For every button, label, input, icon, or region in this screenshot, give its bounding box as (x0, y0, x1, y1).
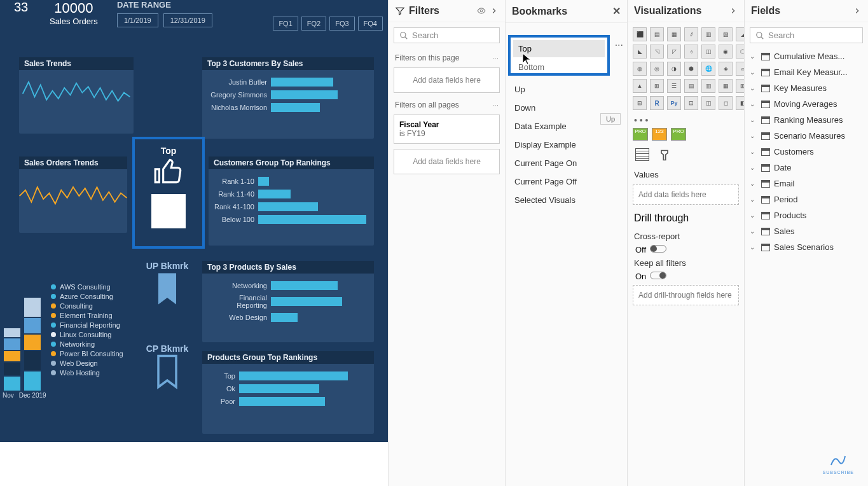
card-sales-trends[interactable]: Sales Trends (19, 57, 134, 134)
field-table-row[interactable]: ⌄Email (745, 176, 868, 191)
filter-fiscal-year[interactable]: Fiscal Year is FY19 (394, 115, 500, 144)
chevron-down-icon: ⌄ (750, 53, 757, 60)
chevron-right-icon[interactable] (853, 6, 862, 15)
kpi-icon[interactable]: PRO (633, 128, 648, 141)
viz-type-icon[interactable]: ▤ (684, 79, 698, 93)
viz-type-icon[interactable]: ◍ (633, 62, 647, 76)
field-table-row[interactable]: ⌄Sales (745, 223, 868, 239)
fq2-button[interactable]: FQ2 (301, 17, 326, 31)
legend-item[interactable]: Consulting (51, 302, 134, 310)
card-stacked-chart[interactable]: Nov Dec 2019 AWS ConsultingAzure Consult… (0, 277, 134, 436)
viz-type-icon[interactable]: ◹ (650, 45, 664, 59)
date-start-button[interactable]: 1/1/2019 (117, 13, 158, 27)
card-customer-rankings[interactable]: Customers Group Top Rankings Rank 1-10Ra… (209, 156, 374, 246)
viz-type-icon[interactable]: ⟐ (684, 45, 698, 59)
field-table-row[interactable]: ⌄Date (745, 160, 868, 176)
viz-type-icon[interactable]: ▥ (701, 27, 715, 41)
kpi-icon[interactable]: 123 (652, 128, 667, 141)
card-top-products[interactable]: Top 3 Products By Sales NetworkingFinanc… (202, 261, 374, 342)
viz-type-icon[interactable]: ◸ (667, 45, 681, 59)
kpi-icon[interactable]: PRO (671, 128, 686, 141)
top-bookmark-button[interactable]: Top (135, 139, 202, 235)
chevron-right-icon[interactable] (729, 6, 738, 15)
legend-item[interactable]: Linux Consulting (51, 331, 134, 338)
field-table-row[interactable]: ⌄Cumulative Meas... (745, 48, 868, 64)
bookmark-item[interactable]: Display Example (506, 135, 627, 154)
fq1-button[interactable]: FQ1 (273, 17, 298, 31)
more-icon[interactable]: ··· (492, 101, 499, 109)
close-icon[interactable]: ✕ (612, 5, 621, 17)
legend-item[interactable]: Financial Reporting (51, 321, 134, 329)
legend-item[interactable]: Element Training (51, 312, 134, 319)
legend-item[interactable]: AWS Consulting (51, 283, 134, 291)
legend-item[interactable]: Web Hosting (51, 369, 134, 377)
field-table-row[interactable]: ⌄Scenario Measures (745, 128, 868, 144)
table-icon (761, 53, 770, 60)
viz-type-icon[interactable]: Py (667, 96, 681, 110)
viz-type-icon[interactable]: ▧ (719, 27, 733, 41)
keep-filters-toggle[interactable] (650, 272, 666, 279)
field-table-row[interactable]: ⌄Period (745, 191, 868, 207)
viz-type-icon[interactable]: 🌐 (701, 62, 715, 76)
card-sales-orders-trends[interactable]: Sales Orders Trends (19, 156, 127, 233)
eye-icon[interactable] (477, 6, 486, 15)
date-end-button[interactable]: 12/31/2019 (163, 13, 212, 27)
drillthrough-field-well[interactable]: Add drill-through fields here (633, 285, 739, 305)
viz-type-icon[interactable]: ▦ (719, 79, 733, 93)
bookmark-item[interactable]: Up (506, 80, 627, 99)
values-field-well[interactable]: Add data fields here (633, 184, 739, 205)
legend-item[interactable]: Networking (51, 340, 134, 348)
field-table-row[interactable]: ⌄Ranking Measures (745, 112, 868, 128)
viz-type-icon[interactable]: ◈ (719, 62, 733, 76)
more-icon[interactable]: ··· (492, 53, 499, 62)
viz-type-icon[interactable]: ◫ (701, 96, 715, 110)
bookmark-item[interactable]: Current Page Off (506, 172, 627, 191)
viz-type-icon[interactable]: ◣ (633, 45, 647, 59)
viz-type-icon[interactable]: ⊞ (650, 79, 664, 93)
viz-type-icon[interactable]: ◑ (667, 62, 681, 76)
field-table-row[interactable]: ⌄Products (745, 207, 868, 223)
viz-more[interactable]: • • • (628, 115, 744, 125)
bookmark-item[interactable]: Selected Visuals (506, 191, 627, 209)
viz-type-icon[interactable]: ▤ (650, 27, 664, 41)
legend-item[interactable]: Web Design (51, 359, 134, 367)
viz-type-icon[interactable]: ◎ (650, 62, 664, 76)
fields-tab-icon[interactable] (635, 148, 649, 161)
legend-item[interactable]: Power BI Consulting (51, 350, 134, 358)
viz-type-icon[interactable]: R (650, 96, 664, 110)
filters-search-input[interactable]: Search (394, 27, 500, 43)
viz-type-icon[interactable]: ⬢ (684, 62, 698, 76)
viz-type-icon[interactable]: ▦ (667, 27, 681, 41)
bookmark-item[interactable]: Current Page On (506, 154, 627, 172)
viz-type-icon[interactable]: ▲ (633, 79, 647, 93)
legend-item[interactable]: Azure Consulting (51, 293, 134, 300)
viz-type-icon[interactable]: ◫ (701, 45, 715, 59)
up-bookmark-button[interactable]: UP Bkmrk (139, 261, 196, 309)
bookmark-more-icon[interactable]: ··· (615, 39, 623, 51)
fields-search-input[interactable]: Search (750, 27, 863, 43)
viz-type-icon[interactable]: ⊡ (684, 96, 698, 110)
cross-report-toggle[interactable] (650, 245, 666, 253)
viz-type-icon[interactable]: ◻ (719, 96, 733, 110)
card-top-customers[interactable]: Top 3 Customers By Sales Justin ButlerGr… (202, 57, 374, 139)
field-table-row[interactable]: ⌄Sales Scenarios (745, 239, 868, 255)
filter-dropzone-all[interactable]: Add data fields here (394, 149, 500, 174)
viz-type-icon[interactable]: ◉ (719, 45, 733, 59)
viz-type-icon[interactable]: ☰ (667, 79, 681, 93)
viz-type-icon[interactable]: ⫽ (684, 27, 698, 41)
format-tab-icon[interactable] (658, 148, 671, 162)
field-table-row[interactable]: ⌄Moving Averages (745, 96, 868, 112)
field-table-row[interactable]: ⌄Customers (745, 144, 868, 160)
field-table-row[interactable]: ⌄Email Key Measur... (745, 64, 868, 80)
filter-dropzone-page[interactable]: Add data fields here (394, 67, 500, 93)
cp-bookmark-button[interactable]: CP Bkmrk (139, 344, 196, 392)
field-table-row[interactable]: ⌄Key Measures (745, 80, 868, 96)
viz-type-icon[interactable]: ⊟ (633, 96, 647, 110)
bookmark-item-top[interactable]: Top (513, 40, 605, 57)
fq3-button[interactable]: FQ3 (329, 17, 354, 31)
chevron-right-icon[interactable] (490, 6, 499, 15)
card-product-rankings[interactable]: Products Group Top Rankings TopOkPoor (202, 351, 374, 434)
viz-type-icon[interactable]: ⬛ (633, 27, 647, 41)
viz-type-icon[interactable]: ▥ (701, 79, 715, 93)
fq4-button[interactable]: FQ4 (358, 17, 383, 31)
